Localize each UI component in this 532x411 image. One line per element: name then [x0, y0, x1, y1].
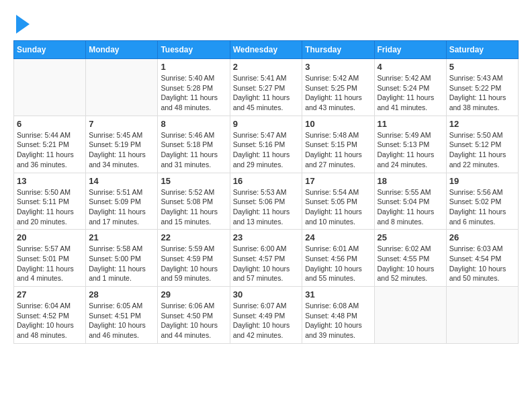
- calendar-cell: 31Sunrise: 6:08 AM Sunset: 4:48 PM Dayli…: [302, 287, 374, 344]
- day-info: Sunrise: 6:02 AM Sunset: 4:55 PM Dayligh…: [378, 244, 443, 283]
- day-number: 29: [161, 289, 226, 300]
- calendar-cell: 3Sunrise: 5:42 AM Sunset: 5:25 PM Daylig…: [302, 59, 374, 116]
- weekday-header: Wednesday: [230, 41, 302, 59]
- day-info: Sunrise: 6:08 AM Sunset: 4:48 PM Dayligh…: [305, 301, 371, 340]
- day-info: Sunrise: 5:41 AM Sunset: 5:27 PM Dayligh…: [233, 73, 300, 113]
- day-info: Sunrise: 5:59 AM Sunset: 4:59 PM Dayligh…: [161, 244, 226, 283]
- calendar-cell: 27Sunrise: 6:04 AM Sunset: 4:52 PM Dayli…: [14, 287, 86, 344]
- calendar-week-row: 27Sunrise: 6:04 AM Sunset: 4:52 PM Dayli…: [14, 287, 519, 344]
- calendar-cell: 6Sunrise: 5:44 AM Sunset: 5:21 PM Daylig…: [14, 116, 86, 173]
- day-info: Sunrise: 5:56 AM Sunset: 5:02 PM Dayligh…: [449, 187, 515, 227]
- day-info: Sunrise: 5:46 AM Sunset: 5:18 PM Dayligh…: [161, 130, 226, 170]
- day-number: 16: [233, 176, 300, 186]
- day-number: 26: [449, 232, 515, 242]
- day-info: Sunrise: 5:40 AM Sunset: 5:28 PM Dayligh…: [161, 73, 226, 113]
- day-number: 7: [89, 119, 154, 129]
- calendar-cell: 14Sunrise: 5:51 AM Sunset: 5:09 PM Dayli…: [86, 173, 158, 230]
- day-number: 15: [161, 176, 226, 186]
- weekday-header: Friday: [374, 41, 446, 59]
- weekday-header: Monday: [86, 41, 158, 59]
- calendar-cell: 23Sunrise: 6:00 AM Sunset: 4:57 PM Dayli…: [230, 230, 302, 287]
- calendar-cell: [14, 59, 86, 116]
- calendar-cell: 26Sunrise: 6:03 AM Sunset: 4:54 PM Dayli…: [446, 230, 518, 287]
- day-info: Sunrise: 5:57 AM Sunset: 5:01 PM Dayligh…: [17, 244, 83, 283]
- calendar-cell: 9Sunrise: 5:47 AM Sunset: 5:16 PM Daylig…: [230, 116, 302, 173]
- day-info: Sunrise: 5:47 AM Sunset: 5:16 PM Dayligh…: [233, 130, 300, 170]
- day-number: 30: [233, 289, 300, 300]
- calendar-cell: 2Sunrise: 5:41 AM Sunset: 5:27 PM Daylig…: [230, 59, 302, 116]
- calendar-cell: 18Sunrise: 5:55 AM Sunset: 5:04 PM Dayli…: [374, 173, 446, 230]
- calendar-cell: 17Sunrise: 5:54 AM Sunset: 5:05 PM Dayli…: [302, 173, 374, 230]
- calendar-cell: [374, 287, 446, 344]
- calendar-cell: 22Sunrise: 5:59 AM Sunset: 4:59 PM Dayli…: [158, 230, 230, 287]
- day-number: 17: [305, 176, 371, 186]
- calendar-cell: 15Sunrise: 5:52 AM Sunset: 5:08 PM Dayli…: [158, 173, 230, 230]
- day-info: Sunrise: 5:42 AM Sunset: 5:24 PM Dayligh…: [378, 73, 443, 113]
- calendar-cell: 19Sunrise: 5:56 AM Sunset: 5:02 PM Dayli…: [446, 173, 518, 230]
- day-info: Sunrise: 5:52 AM Sunset: 5:08 PM Dayligh…: [161, 187, 226, 227]
- day-number: 8: [161, 119, 226, 129]
- day-number: 18: [378, 176, 443, 186]
- day-number: 25: [378, 232, 443, 242]
- calendar-cell: 20Sunrise: 5:57 AM Sunset: 5:01 PM Dayli…: [14, 230, 86, 287]
- calendar-cell: 7Sunrise: 5:45 AM Sunset: 5:19 PM Daylig…: [86, 116, 158, 173]
- day-number: 22: [161, 232, 226, 242]
- page-header: [13, 13, 519, 34]
- weekday-header: Saturday: [446, 41, 518, 59]
- day-number: 2: [233, 62, 300, 72]
- day-number: 5: [449, 62, 515, 72]
- calendar-cell: 28Sunrise: 6:05 AM Sunset: 4:51 PM Dayli…: [86, 287, 158, 344]
- calendar-cell: 1Sunrise: 5:40 AM Sunset: 5:28 PM Daylig…: [158, 59, 230, 116]
- day-number: 21: [89, 232, 154, 242]
- calendar-cell: [86, 59, 158, 116]
- calendar-cell: 29Sunrise: 6:06 AM Sunset: 4:50 PM Dayli…: [158, 287, 230, 344]
- calendar-cell: 11Sunrise: 5:49 AM Sunset: 5:13 PM Dayli…: [374, 116, 446, 173]
- day-number: 12: [449, 119, 515, 129]
- day-number: 1: [161, 62, 226, 72]
- day-info: Sunrise: 6:00 AM Sunset: 4:57 PM Dayligh…: [233, 244, 300, 283]
- day-info: Sunrise: 5:58 AM Sunset: 5:00 PM Dayligh…: [89, 244, 154, 283]
- calendar-cell: 25Sunrise: 6:02 AM Sunset: 4:55 PM Dayli…: [374, 230, 446, 287]
- day-number: 3: [305, 62, 371, 72]
- day-number: 6: [17, 119, 83, 129]
- day-info: Sunrise: 5:42 AM Sunset: 5:25 PM Dayligh…: [305, 73, 371, 113]
- day-info: Sunrise: 5:48 AM Sunset: 5:15 PM Dayligh…: [305, 130, 371, 170]
- day-info: Sunrise: 5:45 AM Sunset: 5:19 PM Dayligh…: [89, 130, 154, 170]
- day-info: Sunrise: 5:50 AM Sunset: 5:11 PM Dayligh…: [17, 187, 83, 227]
- calendar-cell: 4Sunrise: 5:42 AM Sunset: 5:24 PM Daylig…: [374, 59, 446, 116]
- day-info: Sunrise: 5:44 AM Sunset: 5:21 PM Dayligh…: [17, 130, 83, 170]
- day-info: Sunrise: 5:50 AM Sunset: 5:12 PM Dayligh…: [449, 130, 515, 170]
- day-number: 11: [378, 119, 443, 129]
- logo-arrow-icon: [16, 15, 30, 34]
- day-number: 31: [305, 289, 371, 300]
- day-info: Sunrise: 6:05 AM Sunset: 4:51 PM Dayligh…: [89, 301, 154, 340]
- calendar-week-row: 13Sunrise: 5:50 AM Sunset: 5:11 PM Dayli…: [14, 173, 519, 230]
- calendar-table: SundayMondayTuesdayWednesdayThursdayFrid…: [13, 40, 519, 344]
- calendar-week-row: 20Sunrise: 5:57 AM Sunset: 5:01 PM Dayli…: [14, 230, 519, 287]
- calendar-cell: 5Sunrise: 5:43 AM Sunset: 5:22 PM Daylig…: [446, 59, 518, 116]
- day-number: 27: [17, 289, 83, 300]
- calendar-cell: 8Sunrise: 5:46 AM Sunset: 5:18 PM Daylig…: [158, 116, 230, 173]
- day-info: Sunrise: 5:55 AM Sunset: 5:04 PM Dayligh…: [378, 187, 443, 227]
- day-number: 24: [305, 232, 371, 242]
- day-number: 9: [233, 119, 300, 129]
- calendar-cell: 24Sunrise: 6:01 AM Sunset: 4:56 PM Dayli…: [302, 230, 374, 287]
- calendar-cell: 10Sunrise: 5:48 AM Sunset: 5:15 PM Dayli…: [302, 116, 374, 173]
- day-number: 14: [89, 176, 154, 186]
- day-info: Sunrise: 6:06 AM Sunset: 4:50 PM Dayligh…: [161, 301, 226, 340]
- day-info: Sunrise: 5:51 AM Sunset: 5:09 PM Dayligh…: [89, 187, 154, 227]
- calendar-cell: 12Sunrise: 5:50 AM Sunset: 5:12 PM Dayli…: [446, 116, 518, 173]
- calendar-cell: 16Sunrise: 5:53 AM Sunset: 5:06 PM Dayli…: [230, 173, 302, 230]
- day-number: 20: [17, 232, 83, 242]
- calendar-cell: 30Sunrise: 6:07 AM Sunset: 4:49 PM Dayli…: [230, 287, 302, 344]
- weekday-header: Tuesday: [158, 41, 230, 59]
- day-number: 13: [17, 176, 83, 186]
- logo: [13, 13, 30, 34]
- day-info: Sunrise: 5:54 AM Sunset: 5:05 PM Dayligh…: [305, 187, 371, 227]
- day-info: Sunrise: 5:49 AM Sunset: 5:13 PM Dayligh…: [378, 130, 443, 170]
- day-info: Sunrise: 5:53 AM Sunset: 5:06 PM Dayligh…: [233, 187, 300, 227]
- day-number: 10: [305, 119, 371, 129]
- calendar-header-row: SundayMondayTuesdayWednesdayThursdayFrid…: [14, 41, 519, 59]
- day-info: Sunrise: 6:03 AM Sunset: 4:54 PM Dayligh…: [449, 244, 515, 283]
- calendar-cell: 13Sunrise: 5:50 AM Sunset: 5:11 PM Dayli…: [14, 173, 86, 230]
